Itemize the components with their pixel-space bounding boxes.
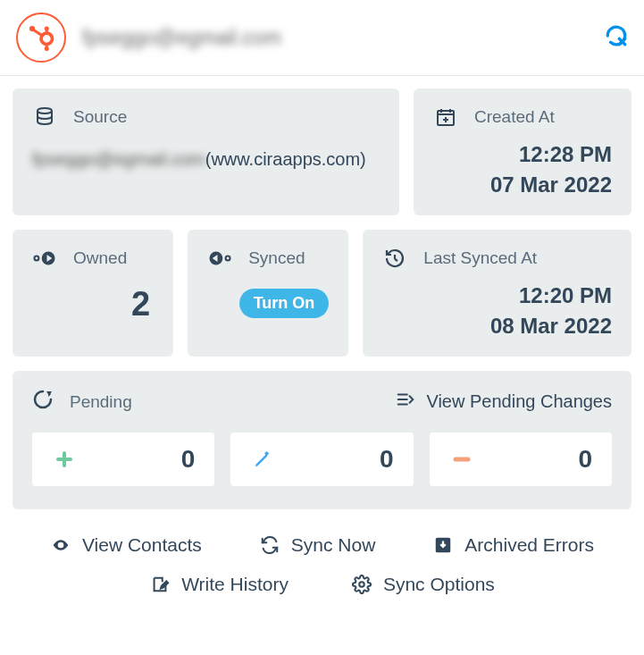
- database-icon: [32, 106, 57, 128]
- minus-icon: [449, 449, 474, 470]
- archived-errors-button[interactable]: Archived Errors: [432, 534, 594, 556]
- source-email: fpseggo@egmail.com: [32, 149, 205, 170]
- pending-label: Pending: [70, 392, 132, 412]
- list-arrow-icon: [396, 390, 415, 414]
- sync-options-button[interactable]: Sync Options: [351, 574, 495, 595]
- pencil-icon: [250, 449, 275, 469]
- last-synced-time: 12:20 PM: [382, 283, 612, 308]
- svg-point-16: [34, 256, 38, 261]
- created-at-label: Created At: [474, 107, 555, 127]
- view-contacts-button[interactable]: View Contacts: [50, 534, 202, 556]
- header-email: fpseggo@egmail.com: [82, 26, 589, 50]
- edit-note-icon: [149, 575, 171, 594]
- source-label: Source: [73, 107, 127, 127]
- turn-on-button[interactable]: Turn On: [239, 289, 330, 318]
- gear-icon: [351, 575, 372, 594]
- calendar-plus-icon: [433, 106, 458, 128]
- view-pending-label: View Pending Changes: [426, 391, 612, 412]
- view-pending-changes-link[interactable]: View Pending Changes: [396, 390, 612, 414]
- sync-options-label: Sync Options: [383, 574, 495, 595]
- plus-icon: [52, 449, 77, 470]
- source-domain: (www.ciraapps.com): [205, 149, 366, 170]
- owned-card: Owned 2: [13, 230, 173, 357]
- created-date: 07 Mar 2022: [433, 172, 612, 197]
- pending-edit-count: 0: [380, 445, 394, 474]
- synced-icon: [207, 248, 232, 269]
- svg-line-21: [395, 259, 397, 261]
- last-synced-card: Last Synced At 12:20 PM 08 Mar 2022: [363, 230, 631, 357]
- history-icon: [382, 248, 407, 269]
- svg-point-18: [226, 256, 230, 261]
- hubspot-logo: [16, 13, 66, 63]
- created-time: 12:28 PM: [433, 142, 612, 167]
- pending-spinner-icon: [32, 389, 55, 415]
- sync-icon: [259, 535, 280, 555]
- write-history-button[interactable]: Write History: [149, 574, 289, 595]
- svg-rect-27: [264, 451, 269, 456]
- last-synced-date: 08 Mar 2022: [382, 314, 612, 339]
- svg-point-32: [359, 582, 364, 587]
- pending-edit-stat: 0: [230, 432, 413, 486]
- refresh-button[interactable]: [605, 24, 628, 51]
- svg-line-4: [33, 29, 43, 37]
- archived-errors-label: Archived Errors: [464, 534, 594, 556]
- pending-card: Pending View Pending Changes: [13, 371, 631, 509]
- pending-remove-stat: 0: [430, 432, 612, 486]
- synced-label: Synced: [248, 248, 305, 268]
- owned-count: 2: [32, 285, 154, 323]
- owned-icon: [32, 248, 57, 269]
- view-contacts-label: View Contacts: [82, 534, 202, 556]
- pending-remove-count: 0: [578, 445, 592, 474]
- synced-card: Synced Turn On: [188, 230, 348, 357]
- eye-icon: [50, 536, 71, 554]
- sync-now-label: Sync Now: [291, 534, 376, 556]
- sync-now-button[interactable]: Sync Now: [259, 534, 376, 556]
- write-history-label: Write History: [181, 574, 289, 595]
- source-card: Source fpseggo@egmail.com (www.ciraapps.…: [13, 88, 399, 215]
- pending-add-count: 0: [181, 445, 196, 474]
- owned-label: Owned: [73, 248, 127, 268]
- created-at-card: Created At 12:28 PM 07 Mar 2022: [414, 88, 631, 215]
- pending-add-stat: 0: [32, 432, 214, 486]
- archive-icon: [432, 535, 454, 555]
- svg-point-9: [38, 108, 52, 113]
- svg-point-29: [59, 543, 62, 546]
- last-synced-label: Last Synced At: [423, 248, 537, 268]
